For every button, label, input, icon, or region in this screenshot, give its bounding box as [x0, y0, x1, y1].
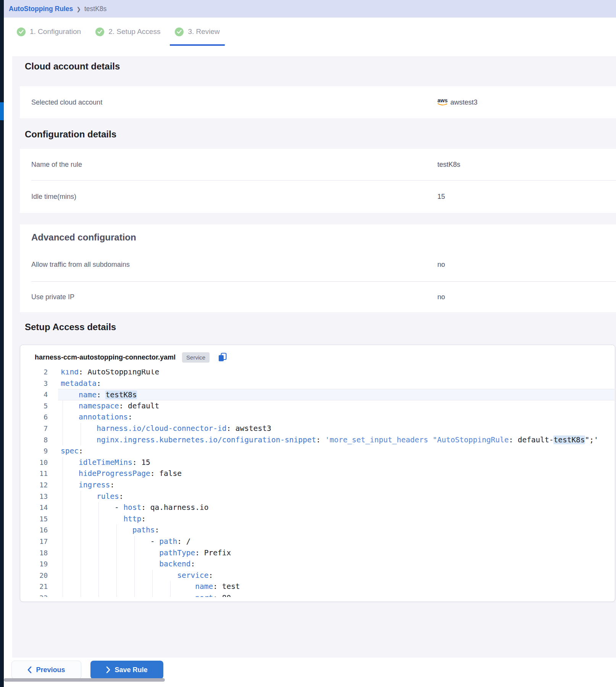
check-icon — [175, 27, 184, 36]
breadcrumb-link-autostopping-rules[interactable]: AutoStopping Rules — [9, 5, 73, 13]
code-line: 2kind: AutoStoppingRule — [21, 369, 614, 378]
code-line: 8 nginx.ingress.kubernetes.io/configurat… — [21, 434, 614, 446]
yaml-filename: harness-ccm-autostopping-connector.yaml — [35, 353, 176, 361]
review-panel: Cloud account details Selected cloud acc… — [12, 56, 616, 658]
code-line: 9spec: — [21, 445, 614, 457]
table-row: Selected cloud account aws awstest3 — [20, 86, 616, 118]
wizard-steps: 1. Configuration 2. Setup Access 3. Revi… — [4, 18, 616, 46]
yaml-editor[interactable]: 2kind: AutoStoppingRule3metadata:4 name:… — [21, 369, 614, 597]
save-rule-button[interactable]: Save Rule — [90, 661, 163, 679]
aws-logo-icon: aws — [437, 98, 448, 106]
table-row: Allow traffic from all subdomains no — [20, 248, 616, 281]
code-line: 20 service: — [21, 570, 614, 581]
chevron-right-icon — [106, 666, 110, 673]
chevron-right-icon: ❯ — [76, 6, 81, 12]
row-label: Name of the rule — [31, 161, 82, 169]
tab-label: 2. Setup Access — [108, 27, 160, 36]
sidebar-accent-segment — [0, 102, 4, 120]
code-line: 10 idleTimeMins: 15 — [21, 457, 614, 468]
table-row: Use private IP no — [20, 282, 616, 312]
configuration-card: Name of the rule testK8s Idle time(mins)… — [20, 149, 616, 213]
tab-setup-access[interactable]: 2. Setup Access — [90, 19, 165, 46]
code-line: 7 harness.io/cloud-connector-id: awstest… — [21, 423, 614, 434]
window-left-edge — [0, 0, 4, 687]
cloud-account-card: Selected cloud account aws awstest3 — [20, 86, 616, 118]
row-label: Selected cloud account — [31, 98, 102, 106]
cloud-account-value: aws awstest3 — [437, 98, 477, 106]
section-title-configuration: Configuration details — [25, 129, 116, 140]
section-title-advanced: Advanced configuration — [31, 232, 136, 243]
code-line: 5 namespace: default — [21, 400, 614, 412]
code-line: 18 pathType: Prefix — [21, 547, 614, 559]
code-line: 11 hideProgressPage: false — [21, 468, 614, 479]
tab-review[interactable]: 3. Review — [170, 19, 224, 46]
code-line: 16 paths: — [21, 524, 614, 536]
table-row: Name of the rule testK8s — [20, 149, 616, 180]
previous-button[interactable]: Previous — [11, 661, 81, 679]
code-line: 19 backend: — [21, 558, 614, 570]
service-badge: Service — [182, 352, 210, 363]
check-icon — [17, 27, 26, 36]
save-rule-button-label: Save Rule — [114, 666, 147, 674]
tab-configuration[interactable]: 1. Configuration — [12, 19, 86, 46]
code-line: 15 http: — [21, 513, 614, 525]
row-value-text: no — [437, 261, 445, 269]
row-value-text: no — [437, 293, 445, 301]
section-title-cloud-account: Cloud account details — [25, 61, 120, 72]
code-line: 14 - host: qa.harness.io — [21, 502, 614, 513]
code-line: 22 port: 80 — [21, 592, 614, 597]
check-icon — [95, 27, 104, 36]
breadcrumb-current: testK8s — [84, 5, 106, 13]
tab-label: 3. Review — [188, 27, 219, 36]
horizontal-scrollbar-thumb[interactable] — [4, 678, 165, 682]
previous-button-label: Previous — [36, 666, 65, 674]
code-line: 4 name: testK8s — [21, 389, 614, 400]
row-value-text: 15 — [437, 193, 445, 201]
code-line: 17 - path: / — [21, 536, 614, 547]
row-value-text: testK8s — [437, 161, 460, 169]
yaml-code-card: harness-ccm-autostopping-connector.yaml … — [20, 345, 615, 602]
code-line: 21 name: test — [21, 581, 614, 592]
code-line: 6 annotations: — [21, 411, 614, 423]
code-line: 13 rules: — [21, 491, 614, 502]
copy-icon[interactable] — [218, 352, 227, 362]
advanced-configuration-card: Advanced configuration Allow traffic fro… — [20, 224, 616, 312]
code-line: 12 ingress: — [21, 479, 614, 491]
code-card-header: harness-ccm-autostopping-connector.yaml … — [20, 345, 615, 369]
row-label: Use private IP — [31, 293, 74, 301]
breadcrumb: AutoStopping Rules ❯ testK8s — [4, 0, 616, 18]
row-label: Allow traffic from all subdomains — [31, 261, 130, 269]
row-label: Idle time(mins) — [31, 193, 76, 201]
row-value-text: awstest3 — [450, 98, 477, 106]
chevron-left-icon — [27, 666, 32, 673]
code-line: 3metadata: — [21, 378, 614, 389]
table-row: Idle time(mins) 15 — [20, 181, 616, 213]
section-title-setup-access: Setup Access details — [25, 322, 116, 332]
tab-label: 1. Configuration — [30, 27, 81, 36]
